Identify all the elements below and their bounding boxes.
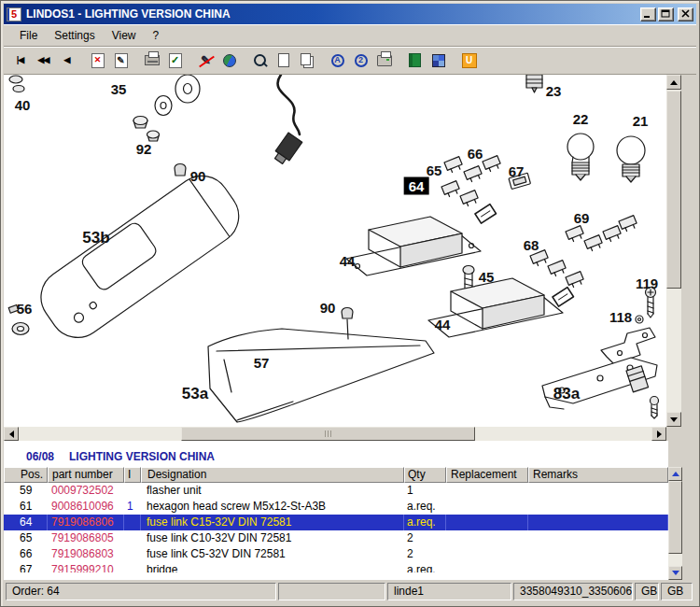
scrollbar-corner — [666, 427, 681, 441]
page-button[interactable] — [272, 49, 295, 71]
part-label-44[interactable]: 44 — [340, 253, 356, 269]
part-label-35[interactable]: 35 — [111, 81, 127, 97]
part-label-53b[interactable]: 53b — [82, 229, 109, 247]
table-scroll-thumb[interactable] — [668, 481, 682, 554]
cell-rem — [528, 499, 668, 515]
part-label-118[interactable]: 118 — [609, 309, 632, 325]
part-label-66[interactable]: 66 — [468, 146, 483, 162]
cell-qty: 2 — [404, 546, 446, 562]
part-label-22[interactable]: 22 — [573, 111, 589, 127]
part-label-90[interactable]: 90 — [320, 300, 336, 316]
cell-qty: a.req. — [404, 515, 446, 530]
toolbar-separator — [450, 50, 457, 71]
cell-pos: 64 — [4, 515, 48, 530]
part-label-65[interactable]: 65 — [427, 162, 442, 178]
book-icon — [409, 53, 421, 67]
maximize-icon — [661, 9, 671, 19]
part-label-56[interactable]: 56 — [17, 301, 33, 317]
pen-slash-button[interactable]: ✎ — [194, 49, 217, 71]
close-button[interactable] — [678, 7, 693, 21]
cell-rep — [446, 530, 528, 546]
cell-rem — [528, 530, 668, 546]
table-scroll-up-button[interactable] — [668, 467, 682, 481]
part-label-90[interactable]: 90 — [190, 168, 206, 184]
toolbar-separator — [78, 50, 86, 71]
scroll-down-button[interactable] — [666, 412, 681, 427]
edit-delete-button[interactable]: ✕ — [86, 49, 109, 71]
part-label-64[interactable]: 64 — [404, 177, 429, 195]
arrow-up-icon — [672, 472, 679, 476]
column-header-designation: Designation — [141, 467, 404, 483]
menu-item-help[interactable]: ? — [145, 26, 168, 45]
title-bar[interactable]: 5 LINDOS1 - LIGHTING VERSION CHINA — [4, 4, 696, 24]
nav-prev-button[interactable]: ◀ — [55, 49, 78, 71]
part-label-92[interactable]: 92 — [136, 141, 152, 157]
client-area: 5 LINDOS1 - LIGHTING VERSION CHINA File … — [4, 4, 696, 603]
table-row-pos-67[interactable]: 677915999210bridgea.req. — [4, 562, 668, 572]
toolbar-separator — [318, 50, 326, 71]
part-label-67[interactable]: 67 — [509, 163, 525, 179]
u-block-button[interactable]: U — [457, 49, 481, 71]
menu-item-settings[interactable]: Settings — [46, 26, 103, 45]
globe-button[interactable] — [217, 49, 241, 71]
cell-rem — [528, 515, 668, 530]
minimize-button[interactable] — [640, 7, 656, 21]
pages-button[interactable] — [295, 49, 318, 71]
app-icon[interactable]: 5 — [7, 7, 21, 21]
scroll-right-button[interactable] — [651, 427, 666, 441]
part-label-119[interactable]: 119 — [636, 275, 658, 291]
page-icon — [278, 53, 289, 67]
part-label-69[interactable]: 69 — [574, 210, 590, 226]
scroll-left-button[interactable] — [4, 427, 19, 441]
part-label-68[interactable]: 68 — [524, 237, 539, 253]
table-row-pos-59[interactable]: 590009732502flasher unit1 — [4, 483, 668, 499]
cell-des: flasher unit — [141, 483, 404, 499]
menu-item-file[interactable]: File — [11, 26, 46, 45]
zoom-button[interactable] — [248, 49, 272, 71]
table-row-pos-66[interactable]: 667919086803fuse link C5-32V DIN 725812 — [4, 546, 668, 562]
menu-item-view[interactable]: View — [104, 26, 145, 45]
diagram-hscrollbar[interactable] — [4, 427, 666, 441]
table-row-pos-64[interactable]: 647919086806fuse link C15-32V DIN 72581a… — [4, 515, 668, 530]
circle-a-button[interactable]: A — [326, 49, 349, 71]
pages-icon — [301, 53, 311, 65]
part-label-57[interactable]: 57 — [254, 355, 270, 371]
nav-rewind-button[interactable]: ◀◀ — [32, 49, 55, 71]
cell-rep — [446, 515, 528, 530]
part-label-44[interactable]: 44 — [435, 317, 451, 332]
circle-2-button[interactable]: 2 — [349, 49, 372, 71]
maximize-button[interactable] — [658, 7, 674, 21]
section-title: LIGHTING VERSION CHINA — [69, 450, 215, 463]
part-label-40[interactable]: 40 — [15, 97, 31, 113]
part-label-83a[interactable]: 83a — [553, 385, 580, 403]
mosaic-button[interactable] — [427, 49, 450, 71]
app-window: 5 LINDOS1 - LIGHTING VERSION CHINA File … — [0, 0, 700, 607]
vscroll-thumb[interactable] — [666, 91, 681, 289]
table-row-pos-65[interactable]: 657919086805fuse link C10-32V DIN 725812 — [4, 530, 668, 546]
part-label-23[interactable]: 23 — [546, 83, 562, 99]
order-device-button[interactable] — [140, 49, 163, 71]
confirm-list-button[interactable]: ✓ — [163, 49, 187, 71]
book-button[interactable] — [403, 49, 427, 71]
cell-part: 7919086803 — [48, 546, 124, 562]
status-bar: Order: 64 linde1 3358049310_3350606 GB G… — [4, 580, 696, 603]
nav-prev-icon: ◀ — [64, 56, 70, 64]
nav-first-button[interactable]: |◀ — [8, 49, 32, 71]
cell-i — [124, 483, 141, 499]
part-label-53a[interactable]: 53a — [182, 385, 208, 403]
part-label-21[interactable]: 21 — [633, 113, 649, 129]
edit-pencil-button[interactable]: ✎ — [109, 49, 133, 71]
print-button[interactable] — [372, 49, 396, 71]
zoom-icon — [253, 53, 268, 68]
hscroll-thumb[interactable] — [181, 427, 475, 441]
table-scroll-down-button[interactable] — [668, 566, 682, 580]
diagram-vscrollbar[interactable] — [666, 75, 681, 427]
cell-rem — [528, 562, 668, 572]
scroll-up-button[interactable] — [666, 75, 681, 90]
part-label-45[interactable]: 45 — [479, 269, 495, 285]
diagram-area: 4035929053b565753a9044454423222166656467… — [4, 75, 666, 427]
status-reference: 3358049310_3350606 — [513, 583, 633, 600]
table-vscrollbar[interactable] — [668, 467, 682, 580]
circle-2-icon: 2 — [355, 54, 368, 67]
table-row-pos-61[interactable]: 6190086100961hexagon head screw M5x12-St… — [4, 499, 668, 515]
